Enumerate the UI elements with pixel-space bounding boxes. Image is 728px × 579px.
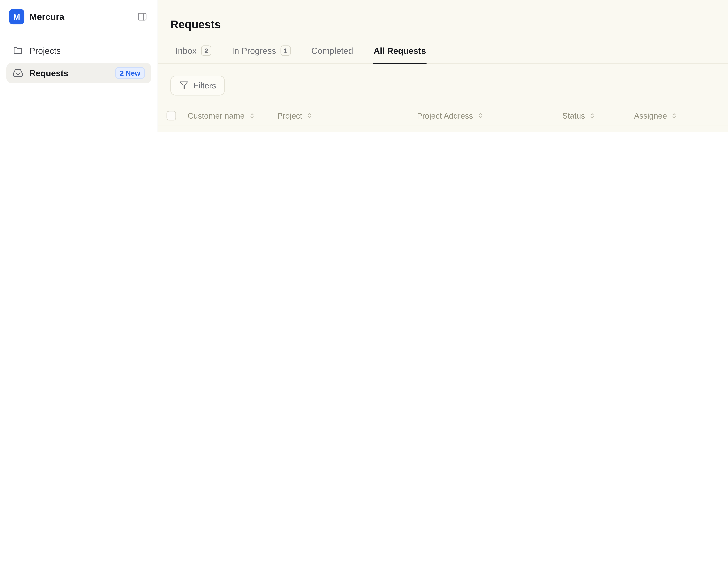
panel-collapse-icon (137, 11, 147, 22)
sort-icon (249, 112, 255, 119)
column-header-customer-name[interactable]: Customer name (188, 111, 277, 120)
sidebar-item-label: Requests (29, 68, 109, 78)
sidebar-nav: Projects Requests 2 New (6, 41, 151, 83)
tab-count-badge: 2 (201, 46, 211, 56)
sidebar-header: M Mercura (6, 8, 151, 26)
sidebar-collapse-button[interactable] (136, 10, 149, 23)
column-header-project-address[interactable]: Project Address (417, 111, 563, 120)
table-body: Weber Kindergarten Polling City of Polli… (158, 126, 728, 132)
sort-icon (477, 112, 484, 119)
sidebar-spacer (6, 83, 151, 132)
tab-count-badge: 1 (281, 46, 291, 56)
main-content: Requests + New Request N Inbox 2 In Prog… (158, 0, 728, 132)
app-name: Mercura (29, 11, 131, 22)
sort-icon (589, 112, 596, 119)
page-title: Requests (171, 18, 221, 31)
page-header: Requests + New Request N (158, 0, 728, 36)
column-header-status[interactable]: Status (562, 111, 634, 120)
app-logo-icon: M (9, 9, 24, 24)
tab-inbox[interactable]: Inbox 2 (175, 46, 212, 64)
sort-icon (671, 112, 678, 119)
sidebar-item-requests[interactable]: Requests 2 New (6, 63, 151, 83)
sidebar-item-projects[interactable]: Projects (6, 41, 151, 60)
project-address-cell: City of Polling Hauptstraße 7, 82398 Pol… (417, 131, 563, 132)
tab-completed[interactable]: Completed (311, 46, 354, 64)
table-toolbar: Filters (171, 75, 728, 96)
folder-icon (13, 46, 23, 56)
new-requests-badge: 2 New (115, 67, 145, 79)
address-line-1: City of Polling (417, 131, 464, 132)
filters-button[interactable]: Filters (171, 75, 225, 95)
table-header-row: Customer name Project Project Address St… (158, 106, 728, 126)
table-row: Weber Kindergarten Polling City of Polli… (158, 126, 728, 132)
tab-in-progress[interactable]: In Progress 1 (231, 46, 291, 64)
column-header-project[interactable]: Project (277, 111, 417, 120)
filter-icon (179, 81, 188, 90)
sidebar: M Mercura Projects Requests 2 New Forwar… (0, 0, 158, 132)
select-all-checkbox[interactable] (166, 111, 176, 121)
inbox-icon (13, 68, 23, 78)
sort-icon (306, 112, 313, 119)
sidebar-item-label: Projects (29, 46, 145, 55)
request-tabs: Inbox 2 In Progress 1 Completed All Requ… (158, 46, 728, 64)
column-header-assignee[interactable]: Assignee (634, 111, 728, 120)
requests-table: Customer name Project Project Address St… (158, 106, 728, 132)
tab-all-requests[interactable]: All Requests (373, 46, 427, 64)
app-window: M Mercura Projects Requests 2 New Forwar… (0, 0, 728, 132)
